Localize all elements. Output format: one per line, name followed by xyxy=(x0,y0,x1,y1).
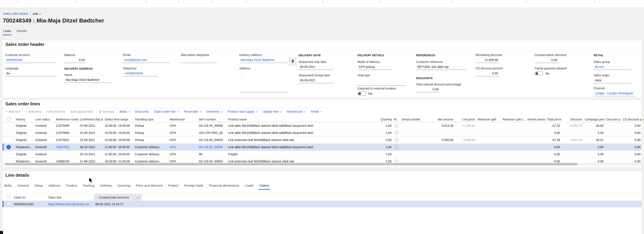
column-discount[interactable]: Discount xyxy=(561,118,583,121)
claims-row-selected[interactable]: 000000411601 https://bolia.crm4.dynamics… xyxy=(2,201,642,207)
tab-product[interactable]: Product xyxy=(65,182,78,190)
inventory-menu[interactable]: Inventory xyxy=(206,110,222,113)
tab-header[interactable]: Header xyxy=(16,28,28,35)
column-history[interactable]: History xyxy=(14,118,34,121)
column-select-time-range[interactable]: Select time range xyxy=(103,118,134,121)
cell-reference-link[interactable]: 12497501 xyxy=(54,145,78,149)
column-created-date-time[interactable]: :: Created date and time xyxy=(94,194,142,201)
cell-warehouse-link[interactable]: CPH xyxy=(168,145,198,149)
cell-line-status: Invoiced xyxy=(34,160,54,163)
cell-time-range: 10:00:00 19:00:00 xyxy=(103,131,134,135)
claims-select-all-radio[interactable] xyxy=(7,195,10,199)
column-cs-discount[interactable]: CS discount pe... xyxy=(622,118,642,121)
tab-loads[interactable]: Loads xyxy=(244,182,255,190)
ship-type-value[interactable] xyxy=(358,80,406,86)
column-net-amount[interactable]: Net amount xyxy=(435,118,455,121)
discounts-button[interactable]: Discounts xyxy=(135,110,149,113)
delivery-address-value[interactable]: Mia-Maja Ditzel Bødtcher xyxy=(239,58,287,63)
tab-foreign-trade[interactable]: Foreign trade xyxy=(183,182,204,190)
cell-product-name: Link table 90x240|Black stained oiled oa… xyxy=(227,124,380,127)
column-line-status[interactable]: Line status xyxy=(34,118,54,121)
update-line-menu[interactable]: Update line xyxy=(262,110,281,113)
cell-product-name: Freight xyxy=(227,153,380,156)
email-value[interactable]: mmd@bolia.com xyxy=(123,58,170,63)
exported-toggle[interactable] xyxy=(358,91,366,96)
address-value[interactable]: , xyxy=(239,71,287,92)
table-row[interactable]: Original Invoiced 12375890 22-09-2021 10… xyxy=(2,129,642,136)
cell-warehouse: CPH xyxy=(168,124,198,127)
column-total-percent[interactable]: Total percent xyxy=(546,118,561,121)
column-revenue-split[interactable]: Revenue split xyxy=(476,118,501,121)
customer-account-value[interactable]: W00000449 xyxy=(5,58,57,63)
requested-ship-date-value[interactable]: 06-09-2021 xyxy=(298,65,333,70)
tab-sourcing[interactable]: Sourcing xyxy=(116,182,131,190)
sales-group-value[interactable]: dk-ach xyxy=(594,65,632,70)
total-manual-discount-value[interactable]: 0,00 xyxy=(416,87,440,92)
column-reference-number[interactable]: Reference numb... xyxy=(54,118,78,121)
column-parent-amount[interactable]: Parent amount xyxy=(526,118,546,121)
sales-order-line-menu[interactable]: Sales order line xyxy=(154,110,179,113)
claim-row-radio[interactable] xyxy=(7,202,10,206)
tab-setup[interactable]: Setup xyxy=(34,182,44,190)
tab-financial-dimensions[interactable]: Financial dimensions xyxy=(208,182,240,190)
column-confirmed-ship-date[interactable]: Confirmed ship d... xyxy=(78,118,103,121)
financials-menu[interactable]: Financials xyxy=(184,110,201,113)
product-and-supply-menu[interactable]: Product and supply xyxy=(227,110,257,113)
tab-address[interactable]: Address xyxy=(48,182,61,190)
tab-bolia[interactable]: Bolia xyxy=(4,182,12,190)
cell-item-number-link[interactable]: 03-129-25_00006 xyxy=(198,145,227,149)
tab-delivery[interactable]: Delivery xyxy=(99,182,112,190)
compensation-discount-value[interactable]: 0,00 xyxy=(535,58,558,63)
table-row[interactable]: Original Invoiced 12375890 22-09-2021 10… xyxy=(2,122,642,129)
select-all-radio[interactable] xyxy=(7,117,10,121)
column-campaign-percent[interactable]: Campaign perc... xyxy=(583,118,605,121)
table-row[interactable]: Replacem... Invoiced 13696245 21-09-2022… xyxy=(2,158,642,163)
sales-origin-value[interactable]: store xyxy=(594,78,632,83)
column-claim-link[interactable]: Claim link xyxy=(47,196,94,199)
cell-reference: 12375890 xyxy=(54,124,78,127)
retail-menu[interactable]: Retail xyxy=(311,110,322,113)
mode-of-delivery-value[interactable]: CPH pickup xyxy=(358,65,392,70)
tab-project[interactable]: Project xyxy=(168,182,179,190)
column-item-number[interactable]: Item number xyxy=(198,118,227,121)
column-quantity[interactable]: Quantity xyxy=(380,118,393,121)
channel-value[interactable]: Lyngby - Lyngby Hovedgade xyxy=(594,91,635,96)
partial-payment-toggle[interactable] xyxy=(535,71,543,76)
cell-claim-link[interactable]: https://bolia.crm4.dynamics.co... xyxy=(47,203,94,206)
column-revenue-split-c[interactable]: Revenue split c... xyxy=(501,118,526,121)
column-modified[interactable]: M... xyxy=(393,118,400,121)
cell-quantity: 2,00 xyxy=(380,138,393,142)
customer-reference-value[interactable]: RETURN: link table top xyxy=(416,65,466,70)
tab-claims[interactable]: Claims xyxy=(258,182,270,190)
breadcrumb-form-link[interactable]: Sales order details xyxy=(3,12,28,15)
chevron-down-icon[interactable] xyxy=(137,196,139,198)
map-pin-button[interactable] xyxy=(289,57,297,65)
breadcrumb-record[interactable]: pda xyxy=(33,12,41,15)
cs-discount-percent-value[interactable]: 0,00 xyxy=(476,71,499,76)
column-handling-type[interactable]: Handling type xyxy=(134,118,168,121)
language-value[interactable]: da xyxy=(5,71,57,76)
warehouse-menu[interactable]: Warehouse xyxy=(287,110,306,113)
column-serial-number[interactable]: Serial number xyxy=(400,118,435,121)
tab-lines[interactable]: Lines xyxy=(3,28,12,35)
bolia-menu[interactable]: Bolia xyxy=(120,110,130,113)
tab-packing[interactable]: Packing xyxy=(82,182,95,190)
cell-product-name: Link extension leaf 90x50|Black stained … xyxy=(227,160,380,163)
table-row[interactable]: Original Invoiced 28-10-2021 11:00:00 15… xyxy=(2,151,642,158)
column-unit-price[interactable]: Unit price xyxy=(455,118,476,121)
telephone-value[interactable]: +4528802048 xyxy=(123,71,158,76)
name-value[interactable]: Mia-Maja Ditzel Bødtcher xyxy=(64,78,112,83)
tab-general[interactable]: General xyxy=(16,182,30,190)
horizontal-scrollbar-thumb[interactable] xyxy=(5,163,578,165)
selected-check-icon[interactable]: ✓ xyxy=(6,145,11,149)
column-a[interactable]: A xyxy=(642,118,644,121)
column-warehouse[interactable]: Warehouse xyxy=(168,118,198,121)
alternative-telephone-value[interactable] xyxy=(181,58,217,63)
table-row[interactable]: Original Invoiced 12375891 22-09-2021 10… xyxy=(2,136,642,144)
column-product-name[interactable]: Product name xyxy=(227,118,380,121)
table-row-selected[interactable]: ✓ Replacem... Invoiced 12497501 28-10-20… xyxy=(2,144,642,151)
column-discount-p[interactable]: Discount p... xyxy=(605,118,622,121)
column-claim-id[interactable]: Claim ID xyxy=(12,196,47,199)
requested-receipt-date-value[interactable]: 06-09-2021 xyxy=(298,78,333,83)
tab-price-and-discount[interactable]: Price and discount xyxy=(135,182,163,190)
